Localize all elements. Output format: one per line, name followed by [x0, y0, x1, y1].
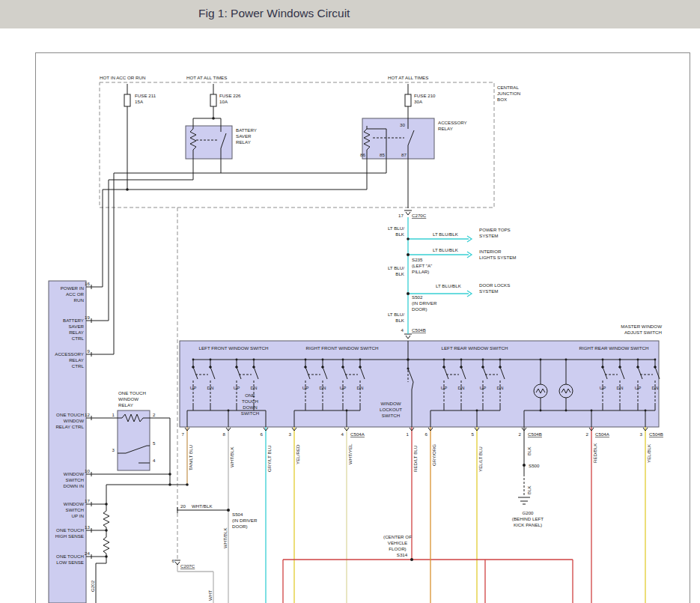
diagram-label: (IN DRIVER — [412, 300, 437, 306]
diagram-label: DN — [357, 385, 364, 390]
diagram-label: SAVER — [236, 133, 252, 139]
diagram-label: YEL/BLK — [646, 443, 651, 463]
diagram-label: ACCESSORY — [438, 120, 467, 125]
fuse-226-icon — [210, 94, 216, 106]
connector-link[interactable]: C207C — [180, 563, 195, 569]
diagram-label: 86 — [360, 152, 365, 157]
one-touch-window-relay-box — [118, 410, 150, 470]
diagram-label: SYSTEM — [479, 233, 498, 238]
diagram-label: GRY/LT BLU — [267, 446, 272, 472]
diagram-label: DOOR) — [412, 306, 427, 312]
diagram-label: 2 — [586, 431, 589, 437]
diagram-label: 30A — [414, 99, 423, 104]
connector-link[interactable]: C504A — [595, 431, 610, 437]
diagram-label: G200 — [522, 510, 534, 515]
connector-link[interactable]: C504B — [528, 431, 542, 437]
diagram-label: 17 — [398, 213, 404, 218]
diagram-label: DN — [497, 385, 504, 390]
diagram-label: RED/LT BLU — [413, 446, 418, 472]
diagram-label: 3 — [289, 431, 292, 437]
diagram-label: 30 — [400, 122, 405, 127]
diagram-label: POWER IN — [61, 285, 84, 291]
diagram-label: 5 — [472, 431, 475, 437]
diagram-label: UP IN — [72, 513, 84, 518]
diagram-label: BLK — [526, 446, 532, 455]
diagram-label: 12 — [85, 412, 90, 417]
diagram-label: FUSE 210 — [414, 93, 436, 98]
diagram-label: HOT IN ACC OR RUN — [100, 75, 145, 80]
connector-link[interactable]: C504B — [412, 327, 426, 333]
diagram-label: 85 — [380, 152, 385, 157]
diagram-label: WINDOW — [118, 396, 139, 402]
diagram-label: HIGH SENSE — [55, 533, 84, 539]
white-wires — [177, 427, 228, 603]
diagram-label: RELAY — [438, 126, 453, 131]
red-wires — [283, 427, 591, 603]
diagram-label: LOCKOUT — [380, 407, 402, 412]
diagram-label: LT BLU/ — [388, 225, 404, 231]
diagram-label: LT BLU/BLK — [433, 247, 459, 252]
diagram-label: MASTER WINDOW — [621, 324, 662, 329]
diagram-label: LIGHTS SYSTEM — [479, 255, 517, 260]
diagram-label: S314 — [397, 552, 408, 557]
diagram-label: SWITCH — [382, 413, 400, 418]
diagram-label: 16 — [85, 281, 90, 286]
diagram-label: CTRL — [72, 363, 85, 369]
diagram-label: SAVER — [68, 324, 84, 329]
diagram-label: POWER TOPS — [479, 227, 511, 232]
diagram-label: SWITCH — [241, 410, 259, 416]
diagram-label: 5 — [153, 440, 156, 446]
diagram-label: CENTRAL — [497, 85, 519, 90]
sense-resistor-1 — [103, 511, 109, 527]
diagram-label: RELAY — [236, 139, 251, 145]
accessory-relay-box — [362, 118, 434, 159]
diagram-label: 6 — [172, 558, 175, 563]
diagram-label: 8 — [223, 431, 226, 437]
diagram-label: FLOOR) — [389, 546, 406, 551]
diagram-label: LEFT FRONT WINDOW SWITCH — [199, 345, 269, 351]
diagram-label: DN — [207, 385, 214, 390]
diagram-label: WHT — [207, 590, 213, 601]
diagram-label: GRY/ORG — [431, 444, 436, 466]
diagram-label: UP — [302, 385, 309, 390]
diagram-label: ONE — [245, 393, 255, 398]
diagram-label: UP — [480, 385, 487, 390]
diagram-label: KICK PANEL) — [514, 522, 542, 527]
connector-link[interactable]: C270C — [412, 213, 427, 218]
diagram-label: 1 — [407, 431, 410, 437]
connector-link[interactable]: C504B — [649, 431, 663, 437]
diagram-label: RUN — [74, 297, 84, 303]
diagram-label: VEHICLE — [388, 540, 407, 545]
diagram-label: 2 — [519, 431, 522, 437]
diagram-label: (CENTER OF — [383, 534, 412, 539]
central-junction-box-outline — [100, 82, 494, 207]
diagram-label: UP — [340, 385, 347, 390]
diagram-label: BOX — [497, 97, 507, 102]
diagram-label: UP — [190, 385, 197, 390]
diagram-label: G202 — [90, 580, 95, 592]
diagram-label: SWITCH — [66, 477, 84, 482]
diagram-label: YEL/RED — [295, 444, 300, 464]
diagram-label: 3 — [112, 447, 115, 452]
diagram-label: 10A — [219, 99, 228, 104]
fuse-211-icon — [124, 94, 130, 106]
connector-link[interactable]: C504A — [350, 431, 365, 437]
junction-dots — [105, 117, 656, 561]
diagram-label: JUNCTION — [497, 91, 520, 96]
diagram-label: BLK — [395, 231, 405, 237]
diagram-label: RIGHT FRONT WINDOW SWITCH — [305, 345, 378, 351]
diagram-label: 4 — [341, 431, 344, 437]
diagram-label: ACCESSORY — [55, 351, 84, 357]
diagram-label: WINDOW — [64, 418, 84, 423]
diagram-label: WINDOW — [64, 471, 84, 476]
diagram-label: WHT/YEL — [347, 443, 353, 464]
diagram-label: 6 — [261, 431, 264, 437]
diagram-label: UP — [600, 385, 606, 390]
diagram-label: S235 — [412, 257, 423, 262]
diagram-label: LT BLU/BLK — [436, 283, 462, 288]
diagram-label: 1 — [112, 412, 115, 417]
component-boxes — [49, 118, 659, 603]
diagram-label: 15A — [135, 99, 144, 104]
diagram-label: LT BLU/ — [388, 265, 404, 270]
diagram-label: CTRL — [72, 336, 85, 341]
